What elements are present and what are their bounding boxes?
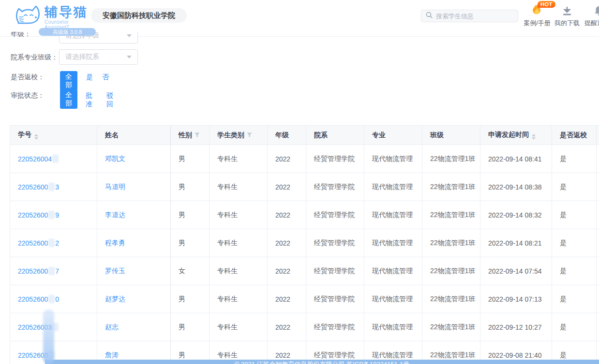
version-badge: 高级版 3.0.8 [39,28,96,36]
student-id-link[interactable]: 220526007 [18,267,59,275]
student-id-link[interactable]: 220526002 [18,239,59,247]
column-label: 年级 [275,131,289,139]
student-id-link[interactable]: 22052600 [18,351,55,359]
cell-extra [597,285,599,313]
redacted-text [52,323,59,331]
approval-option-all[interactable]: 全部 [60,89,77,109]
column-label: 学生类别 [217,131,244,139]
returned-option-all[interactable]: 全部 [60,71,77,90]
student-id-link[interactable]: 220526003 [18,323,59,331]
nav-my-downloads[interactable]: 我的下载 [553,1,581,28]
table-row: 220526009李道达男专科生2022经贸管理学院现代物流管理22物流管理1班… [10,201,599,229]
search-input[interactable] [436,13,513,20]
table-row: 220526003赵志男专科生2022经贸管理学院现代物流管理22物流管理1班2… [10,313,599,341]
cell-department: 经贸管理学院 [306,229,364,257]
department-select[interactable]: 请选择院系 [59,49,138,65]
sort-icon[interactable] [34,134,38,140]
table-row: 220526007罗传玉女专科生2022经贸管理学院现代物流管理22物流管理1班… [10,257,599,285]
cell-major: 现代物流管理 [364,229,422,257]
cell-extra [597,145,599,173]
column-header[interactable]: 申请发起时间 [480,126,552,145]
nav-reminders-label: 提醒通知 [584,19,599,28]
nav-cases-manual[interactable]: HOT 案例/手册 [523,1,551,28]
cell-extra [597,229,599,257]
cell-returned: 是 [552,285,597,313]
redacted-text [52,155,59,163]
cell-extra [597,173,599,201]
approval-option-approved[interactable]: 批准 [86,91,92,109]
table-header: 学号姓名性别学生类别年级院系专业班级申请发起时间是否返校 [10,126,599,145]
cell-extra [597,201,599,229]
cell-apply-time: 2022-09-14 07:13 [480,285,552,313]
footer-copyright: © 2021 江苏金智教育信息股份有限公司 苏ICP备10224151-1号 [45,360,599,364]
table-row: 220526000赵梦达男专科生2022经贸管理学院现代物流管理22物流管理1班… [10,285,599,313]
students-table-wrap: 学号姓名性别学生类别年级院系专业班级申请发起时间是否返校 220526004邓凯… [10,125,599,364]
cell-extra [597,313,599,341]
column-header [597,126,599,145]
student-id-link[interactable]: 220526004 [18,155,59,163]
student-name-link[interactable]: 詹涛 [105,351,119,359]
student-search[interactable] [421,10,518,22]
column-header: 专业 [364,126,422,145]
nav-downloads-label: 我的下载 [553,19,581,28]
cell-major: 现代物流管理 [364,145,422,173]
cell-returned: 是 [552,313,597,341]
student-id-link[interactable]: 220526003 [18,183,59,191]
cell-grade: 2022 [268,257,306,285]
column-header: 院系 [306,126,364,145]
redacted-text [48,239,55,247]
cell-student-type: 专科生 [210,173,268,201]
student-name-link[interactable]: 罗传玉 [105,267,125,275]
column-header: 年级 [268,126,306,145]
nav-cases-label: 案例/手册 [523,19,551,28]
app-logo[interactable]: 辅导猫 Counselor AssistantT 高级版 3.0.8 [15,3,94,33]
student-name-link[interactable]: 李道达 [105,211,125,218]
bell-icon [594,6,599,17]
column-label: 申请发起时间 [488,131,529,138]
student-name-link[interactable]: 邓凯文 [105,155,125,162]
cell-class: 22物流管理1班 [422,313,480,341]
cell-class: 22物流管理1班 [422,201,480,229]
filter-funnel-icon[interactable] [195,132,200,138]
student-name-link[interactable]: 马道明 [105,183,125,190]
cell-apply-time: 2022-09-14 08:32 [480,201,552,229]
cell-grade: 2022 [268,173,306,201]
sort-icon[interactable] [532,134,536,140]
filter-funnel-icon[interactable] [247,132,252,138]
student-id-link[interactable]: 220526009 [18,211,59,219]
approval-option-rejected[interactable]: 驳回 [106,91,113,109]
cell-apply-time: 2022-09-14 08:41 [480,145,552,173]
cell-student-type: 专科生 [210,285,268,313]
cell-apply-time: 2022-09-12 10:27 [480,313,552,341]
column-header[interactable]: 学生类别 [210,126,268,145]
cell-grade: 2022 [268,313,306,341]
student-name-link[interactable]: 程孝勇 [105,239,125,247]
returned-option-no[interactable]: 否 [102,73,109,82]
cell-department: 经贸管理学院 [306,201,364,229]
returned-option-yes[interactable]: 是 [86,73,93,82]
column-header[interactable]: 性别 [171,126,210,145]
cell-grade: 2022 [268,285,306,313]
cell-department: 经贸管理学院 [306,313,364,341]
cell-returned: 是 [552,173,597,201]
cell-returned: 是 [552,145,597,173]
column-label: 院系 [314,131,328,139]
column-header: 是否返校 [552,126,597,145]
cell-returned: 是 [552,229,597,257]
student-name-link[interactable]: 赵志 [105,323,119,331]
download-icon [562,6,572,17]
cell-gender: 男 [171,201,210,229]
cell-class: 22物流管理1班 [422,229,480,257]
cell-gender: 男 [171,285,210,313]
cell-department: 经贸管理学院 [306,285,364,313]
cell-returned: 是 [552,201,597,229]
nav-reminders[interactable]: 提醒通知 [584,1,599,28]
cell-apply-time: 2022-09-14 08:21 [480,229,552,257]
page-header: 辅导猫 Counselor AssistantT 高级版 3.0.8 安徽国防科… [0,0,599,32]
column-label: 姓名 [105,131,119,139]
student-id-link[interactable]: 220526000 [18,295,59,303]
column-header[interactable]: 学号 [10,126,97,145]
redacted-text [48,267,55,275]
student-name-link[interactable]: 赵梦达 [105,295,125,303]
cell-gender: 男 [171,173,210,201]
